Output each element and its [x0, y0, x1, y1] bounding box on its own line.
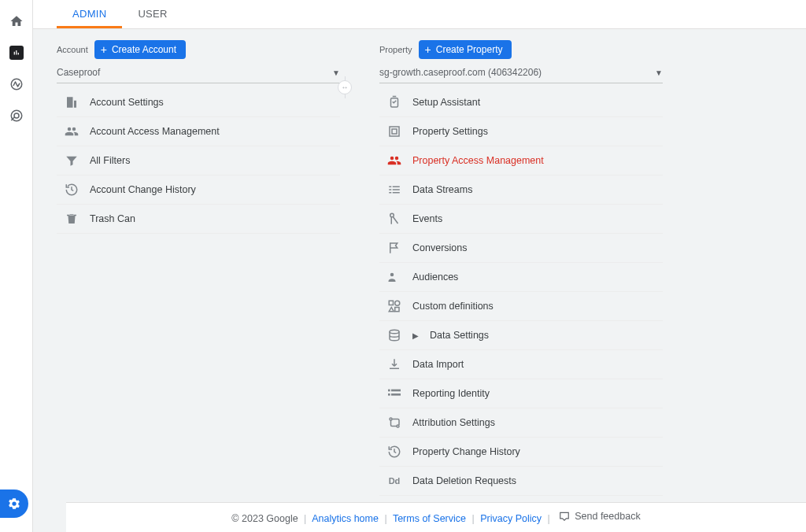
svg-rect-8 — [389, 301, 393, 305]
create-account-label: Create Account — [112, 44, 176, 55]
create-account-button[interactable]: + Create Account — [94, 40, 186, 59]
identity-icon — [387, 386, 401, 401]
settings-square-icon — [387, 124, 401, 139]
trash-icon — [65, 212, 79, 226]
property-item-settings[interactable]: Property Settings — [379, 117, 663, 146]
svg-rect-4 — [390, 127, 399, 136]
property-item-label: Property Settings — [412, 126, 488, 137]
property-item-data-import[interactable]: Data Import — [379, 350, 663, 379]
account-item-label: Account Change History — [90, 184, 196, 195]
footer-link-home[interactable]: Analytics home — [312, 513, 379, 524]
account-item-filters[interactable]: All Filters — [57, 146, 340, 175]
property-item-reporting-identity[interactable]: Reporting Identity — [379, 379, 663, 408]
property-item-attribution[interactable]: Attribution Settings — [379, 408, 663, 438]
account-column: Account + Create Account Caseproof ▼ Acc… — [57, 40, 340, 504]
advertising-icon[interactable] — [9, 109, 24, 123]
caret-down-icon: ▼ — [332, 68, 340, 77]
column-divider-badge[interactable]: ↔ — [338, 80, 352, 94]
property-item-label: Attribution Settings — [412, 417, 495, 428]
svg-point-9 — [395, 301, 400, 305]
history-icon — [65, 183, 79, 197]
account-item-label: All Filters — [90, 155, 130, 166]
admin-tabs: ADMIN USER — [33, 0, 806, 29]
account-list: Account Settings Account Access Manageme… — [57, 88, 340, 234]
streams-icon — [387, 183, 401, 197]
explore-icon[interactable] — [9, 77, 24, 91]
account-header: Account + Create Account — [57, 40, 340, 59]
admin-settings-button[interactable] — [0, 490, 28, 518]
caret-down-icon: ▼ — [655, 68, 663, 77]
database-icon — [387, 328, 401, 342]
property-selector[interactable]: sg-growth.caseproof.com (406342206) ▼ — [379, 64, 663, 83]
tab-admin[interactable]: ADMIN — [57, 0, 122, 28]
property-item-custom-definitions[interactable]: Custom definitions — [379, 292, 663, 321]
reports-icon[interactable] — [9, 46, 24, 60]
property-column: Property + Create Property sg-growth.cas… — [379, 40, 663, 504]
create-property-label: Create Property — [436, 44, 503, 55]
property-item-audiences[interactable]: Audiences — [379, 263, 663, 292]
feedback-label: Send feedback — [575, 511, 640, 522]
property-item-access-management[interactable]: Property Access Management — [379, 146, 663, 175]
footer-copyright: © 2023 Google — [231, 513, 298, 524]
property-item-label: Audiences — [412, 272, 458, 283]
home-icon[interactable] — [9, 14, 24, 28]
property-item-conversions[interactable]: Conversions — [379, 234, 663, 263]
property-item-data-settings[interactable]: ▶ Data Settings — [379, 321, 663, 350]
svg-rect-12 — [388, 390, 390, 392]
tab-user[interactable]: USER — [122, 0, 183, 28]
flag-icon — [387, 241, 401, 255]
send-feedback-button[interactable]: Send feedback — [559, 511, 640, 522]
svg-point-16 — [390, 418, 392, 420]
property-item-label: Setup Assistant — [412, 97, 480, 108]
footer: © 2023 Google | Analytics home | Terms o… — [66, 502, 806, 532]
property-item-label: Data Import — [412, 359, 464, 370]
property-item-data-streams[interactable]: Data Streams — [379, 175, 663, 205]
svg-point-7 — [390, 273, 394, 277]
property-item-change-history[interactable]: Property Change History — [379, 438, 663, 467]
account-item-history[interactable]: Account Change History — [57, 175, 340, 205]
people-icon — [387, 153, 401, 168]
property-item-label: Reporting Identity — [412, 388, 490, 399]
property-item-deletion-requests[interactable]: Dd Data Deletion Requests — [379, 467, 663, 496]
property-item-label: Property Access Management — [412, 155, 544, 166]
attribution-icon — [387, 416, 401, 430]
audiences-icon — [387, 270, 401, 284]
plus-icon: + — [101, 44, 107, 55]
account-item-label: Trash Can — [90, 213, 135, 224]
property-item-events[interactable]: Events — [379, 205, 663, 234]
footer-link-tos[interactable]: Terms of Service — [393, 513, 466, 524]
property-list: Setup Assistant Property Settings Proper… — [379, 88, 663, 532]
property-item-label: Custom definitions — [412, 301, 494, 312]
plus-icon: + — [425, 44, 431, 55]
deletion-icon: Dd — [387, 474, 401, 488]
footer-link-privacy[interactable]: Privacy Policy — [480, 513, 542, 524]
expand-arrow-icon: ▶ — [412, 331, 419, 340]
svg-rect-13 — [391, 390, 401, 392]
svg-point-6 — [390, 213, 394, 217]
account-item-access[interactable]: Account Access Management — [57, 117, 340, 146]
feedback-icon — [559, 511, 570, 522]
assistant-icon — [387, 95, 401, 109]
people-icon — [65, 124, 79, 139]
account-item-settings[interactable]: Account Settings — [57, 88, 340, 117]
svg-rect-5 — [392, 129, 397, 134]
property-item-label: Property Change History — [412, 446, 520, 457]
svg-rect-14 — [388, 393, 390, 396]
property-item-setup-assistant[interactable]: Setup Assistant — [379, 88, 663, 117]
building-icon — [65, 95, 79, 109]
svg-point-11 — [390, 330, 399, 334]
import-icon — [387, 357, 401, 371]
account-item-label: Account Settings — [90, 97, 164, 108]
events-icon — [387, 212, 401, 226]
property-item-label: Events — [412, 213, 442, 224]
history-icon — [387, 445, 401, 459]
custom-def-icon — [387, 299, 401, 313]
account-selector[interactable]: Caseproof ▼ — [57, 64, 340, 83]
svg-point-17 — [397, 425, 399, 427]
svg-rect-15 — [391, 393, 401, 396]
property-header-label: Property — [379, 45, 412, 54]
left-rail — [0, 0, 33, 532]
admin-columns: Account + Create Account Caseproof ▼ Acc… — [33, 29, 806, 532]
account-item-trash[interactable]: Trash Can — [57, 205, 340, 234]
create-property-button[interactable]: + Create Property — [419, 40, 512, 59]
